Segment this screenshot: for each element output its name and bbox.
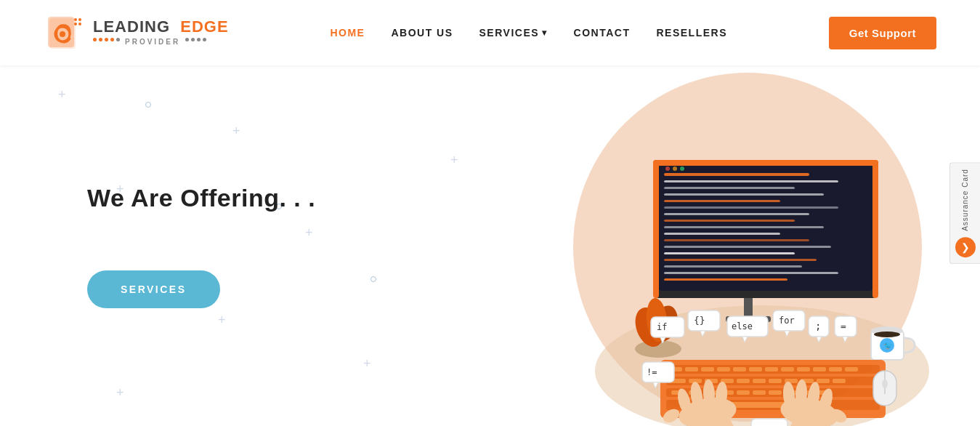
svg-rect-17 [664, 180, 838, 182]
svg-rect-53 [701, 367, 714, 371]
svg-text:=: = [841, 321, 846, 331]
svg-rect-102 [651, 317, 684, 337]
hero-section: + + + + + + + + We Are Offering. . . SER… [0, 65, 980, 426]
hero-illustration: 🐦 [548, 65, 940, 426]
header: LEADING EDGE PROVIDER HOME ABOUT US SERV… [0, 0, 980, 65]
svg-rect-29 [664, 259, 817, 261]
svg-text:for: for [779, 316, 795, 326]
svg-point-6 [74, 23, 77, 25]
svg-rect-22 [664, 213, 809, 215]
svg-rect-80 [769, 390, 782, 395]
svg-rect-56 [749, 367, 762, 371]
svg-rect-31 [664, 272, 838, 274]
svg-rect-78 [737, 390, 750, 395]
svg-text:if: if [657, 322, 667, 332]
svg-point-43 [874, 331, 900, 337]
svg-rect-57 [765, 367, 778, 371]
svg-rect-24 [664, 226, 824, 228]
svg-rect-20 [664, 200, 780, 202]
deco-circle-2 [370, 276, 376, 282]
svg-rect-14 [653, 160, 659, 298]
deco-plus-2: + [232, 124, 240, 139]
svg-rect-21 [664, 206, 838, 209]
svg-point-33 [665, 166, 670, 171]
logo-text: LEADING EDGE PROVIDER [93, 18, 229, 47]
svg-rect-30 [664, 265, 802, 268]
nav-services[interactable]: SERVICES [479, 27, 548, 39]
svg-rect-54 [717, 367, 730, 371]
svg-rect-58 [781, 367, 794, 371]
svg-rect-67 [737, 379, 750, 383]
services-cta-button[interactable]: SERVICES [87, 270, 220, 308]
svg-text:;: ; [815, 320, 821, 331]
logo-edge: EDGE [180, 17, 228, 36]
svg-rect-73 [833, 379, 846, 383]
svg-point-35 [680, 166, 684, 171]
svg-rect-13 [653, 160, 878, 166]
deco-plus-8: + [116, 385, 124, 401]
svg-rect-68 [753, 379, 766, 383]
side-card-arrow[interactable]: ❯ [955, 237, 976, 257]
logo-provider: PROVIDER [125, 38, 180, 46]
logo-leading: LEADING [93, 17, 170, 36]
svg-text:else: else [732, 321, 753, 331]
svg-text:{}: {} [694, 315, 705, 326]
svg-point-4 [74, 18, 77, 21]
svg-point-34 [673, 166, 677, 171]
svg-point-7 [78, 23, 81, 25]
svg-rect-52 [685, 367, 698, 371]
svg-rect-60 [813, 367, 826, 371]
svg-rect-59 [797, 367, 810, 371]
svg-rect-27 [664, 246, 831, 248]
deco-plus-7: + [450, 153, 458, 168]
svg-rect-72 [817, 379, 830, 383]
hero-left-content: We Are Offering. . . SERVICES [0, 184, 315, 308]
svg-rect-61 [829, 367, 842, 371]
deco-plus-6: + [363, 356, 371, 371]
deco-plus-1: + [58, 87, 66, 103]
logo[interactable]: LEADING EDGE PROVIDER [44, 11, 229, 55]
main-nav: HOME ABOUT US SERVICES CONTACT RESELLERS [330, 27, 727, 39]
nav-about[interactable]: ABOUT US [391, 27, 453, 39]
svg-rect-15 [872, 160, 878, 298]
side-card-text: Assurance Card [961, 169, 969, 231]
side-card[interactable]: Assurance Card ❯ [949, 162, 980, 264]
svg-rect-18 [664, 187, 795, 189]
svg-rect-32 [664, 278, 787, 281]
hero-tagline: We Are Offering. . . [87, 184, 315, 212]
side-card-inner: Assurance Card ❯ [949, 162, 980, 264]
svg-text:!=: != [647, 367, 657, 377]
svg-rect-19 [664, 193, 824, 196]
svg-rect-28 [664, 252, 795, 254]
svg-rect-26 [664, 239, 809, 241]
svg-rect-69 [769, 379, 782, 383]
nav-contact[interactable]: CONTACT [574, 27, 631, 39]
svg-rect-23 [664, 220, 795, 222]
svg-rect-25 [664, 233, 780, 235]
svg-rect-55 [733, 367, 746, 371]
svg-text:🐦: 🐦 [883, 340, 894, 350]
deco-circle-1 [145, 102, 151, 108]
svg-rect-62 [845, 367, 858, 371]
nav-home[interactable]: HOME [330, 27, 365, 39]
svg-rect-79 [753, 390, 766, 395]
get-support-button[interactable]: Get Support [829, 17, 936, 49]
svg-point-101 [882, 379, 888, 388]
svg-point-5 [78, 18, 81, 21]
svg-point-3 [60, 31, 65, 37]
deco-plus-5: + [218, 313, 226, 328]
nav-resellers[interactable]: RESELLERS [656, 27, 727, 39]
logo-icon [44, 11, 87, 55]
svg-rect-16 [664, 173, 809, 176]
